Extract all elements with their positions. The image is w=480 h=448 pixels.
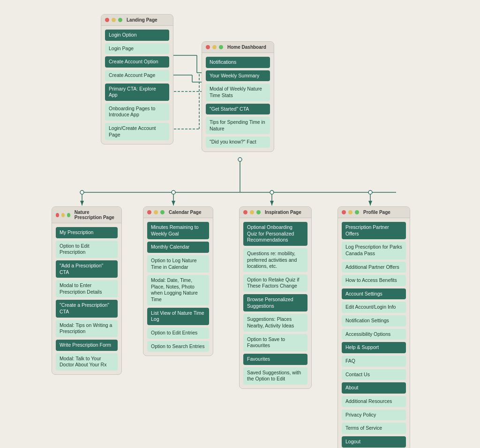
list-item: Login Page	[105, 43, 169, 54]
list-item: Modal to Enter Prescription Details	[56, 280, 118, 297]
list-item: Your Weekly Summary	[206, 70, 270, 82]
svg-marker-24	[368, 201, 372, 205]
dot-yellow	[250, 210, 254, 214]
list-item: "Get Started" CTA	[206, 104, 270, 115]
list-item: Login Option	[105, 30, 169, 41]
list-item: Favourites	[243, 354, 308, 365]
list-item: Browse Personalized Suggestions	[243, 294, 308, 311]
list-item: FAQ	[342, 356, 406, 367]
dot-green	[160, 210, 165, 214]
dot-yellow	[212, 45, 217, 49]
list-item: Modal: Date, Time, Place, Notes, Photo w…	[147, 275, 209, 305]
list-item: Help & Support	[342, 342, 406, 353]
list-item: Edit Account/Login Info	[342, 302, 406, 313]
dot-green	[118, 18, 122, 22]
inspiration-body: Optional Onboarding Quiz for Personalize…	[240, 218, 311, 388]
list-item: Write Prescription Form	[56, 340, 118, 351]
list-item: Modal: Talk to Your Doctor About Your Rx	[56, 353, 118, 371]
accessibility-options-item: Accessibility Options	[342, 329, 406, 340]
list-item: List View of Nature Time Log	[147, 308, 209, 325]
calendar-title: Calendar Page	[169, 210, 201, 215]
nature-prescription-window: Nature Prescription Page My Prescription…	[52, 206, 122, 375]
list-item: Option to Save to Favourites	[243, 334, 308, 351]
list-item: Notifications	[206, 57, 270, 68]
home-titlebar: Home Dashboard	[202, 42, 274, 53]
home-body: Notifications Your Weekly Summary Modal …	[202, 53, 274, 152]
list-item: Contact Us	[342, 369, 406, 380]
list-item: My Prescription	[56, 227, 118, 238]
canvas: Landing Page Login Option Login Page Cre…	[0, 0, 480, 448]
list-item: Questions re: mobility, preferred activi…	[243, 248, 308, 272]
svg-marker-23	[270, 201, 274, 205]
nature-titlebar: Nature Prescription Page	[52, 207, 121, 223]
svg-point-18	[270, 190, 274, 194]
list-item: Suggestions: Places Nearby, Activity Ide…	[243, 314, 308, 331]
list-item: Create Account Option	[105, 56, 169, 68]
dot-red	[147, 210, 151, 214]
list-item: Log Prescription for Parks Canada Pass	[342, 242, 406, 259]
dot-green	[219, 45, 223, 49]
list-item: Logout	[342, 436, 406, 448]
dot-red	[243, 210, 248, 214]
landing-body: Login Option Login Page Create Account O…	[101, 26, 173, 144]
nature-title: Nature Prescription Page	[75, 210, 118, 220]
inspiration-window: Inspiration Page Optional Onboarding Qui…	[239, 206, 312, 389]
list-item: Option to Log Nature Time in Calendar	[147, 255, 209, 273]
dot-green	[256, 210, 261, 214]
list-item: Privacy Policy	[342, 410, 406, 421]
list-item: Option to Edit Prescription	[56, 241, 118, 258]
calendar-titlebar: Calendar Page	[143, 207, 213, 218]
list-item: Option to Retake Quiz if These Factors C…	[243, 274, 308, 292]
list-item: Onboarding Pages to Introduce App	[105, 103, 169, 121]
list-item: "Add a Prescription" CTA	[56, 260, 118, 278]
profile-title: Profile Page	[363, 210, 390, 215]
dot-yellow	[112, 18, 116, 22]
svg-marker-22	[172, 201, 175, 205]
list-item: "Did you know?" Fact	[206, 137, 270, 148]
list-item: Optional Onboarding Quiz for Personalize…	[243, 222, 308, 246]
svg-point-19	[368, 190, 372, 194]
svg-marker-21	[80, 201, 84, 205]
list-item: Login/Create Account Page	[105, 123, 169, 140]
landing-page-window: Landing Page Login Option Login Page Cre…	[101, 14, 173, 144]
dot-red	[105, 18, 109, 22]
svg-point-17	[172, 190, 175, 194]
dot-red	[342, 210, 346, 214]
home-title: Home Dashboard	[227, 45, 266, 50]
list-item: Tips for Spending Time in Nature	[206, 117, 270, 134]
profile-window: Profile Page Prescription Partner Offers…	[338, 206, 410, 448]
list-item: Modal of Weekly Nature Time Stats	[206, 84, 270, 101]
list-item: Create Account Page	[105, 70, 169, 81]
profile-titlebar: Profile Page	[338, 207, 410, 218]
inspiration-titlebar: Inspiration Page	[240, 207, 311, 218]
list-item: Additional Partner Offers	[342, 262, 406, 273]
list-item: Option to Edit Entries	[147, 327, 209, 339]
dot-green	[67, 213, 70, 217]
list-item: "Create a Prescription" CTA	[56, 300, 118, 317]
list-item: Notification Settings	[342, 315, 406, 327]
landing-titlebar: Landing Page	[101, 15, 173, 26]
list-item: Prescription Partner Offers	[342, 222, 406, 239]
list-item: Saved Suggestions, with the Option to Ed…	[243, 367, 308, 385]
list-item: How to Access Benefits	[342, 275, 406, 286]
dot-yellow	[154, 210, 158, 214]
profile-body: Prescription Partner Offers Log Prescrip…	[338, 218, 410, 448]
list-item: Additional Resources	[342, 396, 406, 407]
list-item: Minutes Remaining to Weekly Goal	[147, 222, 209, 239]
list-item: Terms of Service	[342, 423, 406, 434]
list-item: Option to Search Entries	[147, 341, 209, 352]
list-item: About	[342, 382, 406, 394]
list-item: Primary CTA: Explore App	[105, 84, 169, 101]
list-item: Account Settings	[342, 289, 406, 300]
calendar-window: Calendar Page Minutes Remaining to Weekl…	[143, 206, 213, 356]
dot-red	[56, 213, 59, 217]
svg-point-16	[80, 190, 84, 194]
nature-body: My Prescription Option to Edit Prescript…	[52, 223, 121, 374]
dot-yellow	[348, 210, 352, 214]
dot-yellow	[61, 213, 65, 217]
dot-green	[355, 210, 359, 214]
dot-red	[206, 45, 210, 49]
list-item: Modal: Tips on Writing a Prescription	[56, 320, 118, 337]
home-dashboard-window: Home Dashboard Notifications Your Weekly…	[202, 41, 274, 152]
landing-title: Landing Page	[127, 17, 158, 23]
